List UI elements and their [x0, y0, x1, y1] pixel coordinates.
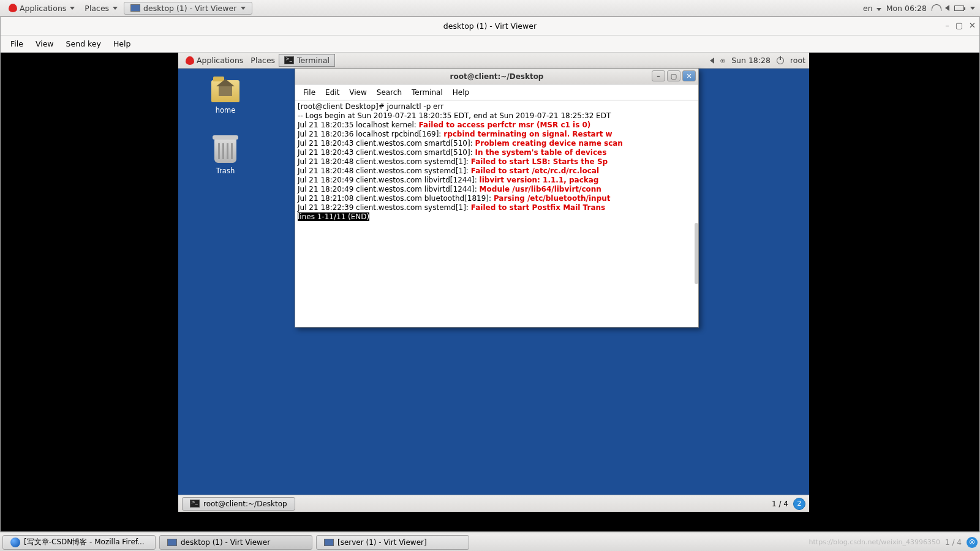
watermark-text: https://blog.csdn.net/weixin_43996350 — [809, 538, 941, 546]
notification-badge[interactable]: 2 — [793, 498, 805, 510]
minimize-button[interactable]: – — [945, 21, 949, 30]
term-menu-edit[interactable]: Edit — [321, 87, 344, 98]
workspace-indicator[interactable]: 1 / 4 — [772, 500, 788, 508]
terminal-menubar: File Edit View Search Terminal Help — [295, 84, 698, 100]
virt-viewer-window: desktop (1) - Virt Viewer – ▢ ✕ File Vie… — [0, 17, 980, 532]
volume-icon[interactable] — [945, 5, 949, 11]
vv-menu-sendkey[interactable]: Send key — [61, 37, 106, 50]
vv-menu-help[interactable]: Help — [108, 37, 136, 50]
host-bottom-panel: [写文章-CSDN博客 - Mozilla Firef... desktop (… — [0, 533, 980, 551]
wifi-icon[interactable] — [932, 5, 940, 11]
desktop-icon-home[interactable]: home — [204, 80, 247, 114]
virt-viewer-display[interactable]: Applications Places Terminal ⍟ Sun 18:28… — [1, 53, 979, 531]
terminal-title: root@client:~/Desktop — [450, 72, 544, 81]
guest-bottom-panel: root@client:~/Desktop 1 / 4 2 — [178, 495, 809, 512]
desktop-icon-label: home — [204, 106, 247, 114]
guest-window-list-terminal[interactable]: Terminal — [279, 54, 335, 67]
keyboard-layout-indicator[interactable]: en — [863, 4, 881, 13]
host-workspace-indicator[interactable]: 1 / 4 — [945, 538, 962, 547]
terminal-icon — [190, 500, 200, 508]
guest-desktop[interactable]: Applications Places Terminal ⍟ Sun 18:28… — [178, 53, 809, 512]
guest-user-menu[interactable]: root — [790, 56, 805, 65]
terminal-window[interactable]: root@client:~/Desktop – ▢ ✕ File Edit Vi… — [295, 68, 699, 328]
window-list-item-virtviewer[interactable]: desktop (1) - Virt Viewer — [124, 2, 252, 15]
guest-volume-icon[interactable] — [710, 58, 714, 64]
term-menu-help[interactable]: Help — [448, 87, 473, 98]
folder-icon — [211, 80, 239, 102]
terminal-titlebar[interactable]: root@client:~/Desktop – ▢ ✕ — [295, 69, 698, 84]
places-menu[interactable]: Places — [81, 2, 121, 14]
host-notification-badge[interactable]: ⦿ — [967, 537, 978, 548]
system-menu-chevron-icon[interactable] — [970, 7, 975, 10]
guest-taskbar-item-terminal[interactable]: root@client:~/Desktop — [182, 497, 295, 511]
guest-clock[interactable]: Sun 18:28 — [731, 56, 771, 65]
redhat-icon — [9, 4, 17, 12]
monitor-icon — [167, 539, 177, 546]
firefox-icon — [10, 538, 20, 547]
terminal-minimize-button[interactable]: – — [652, 70, 665, 81]
desktop-icon-label: Trash — [204, 167, 247, 175]
battery-icon[interactable] — [954, 6, 964, 11]
virt-viewer-titlebar[interactable]: desktop (1) - Virt Viewer – ▢ ✕ — [1, 17, 979, 36]
maximize-button[interactable]: ▢ — [956, 21, 963, 30]
applications-menu[interactable]: Applications — [5, 2, 78, 14]
taskbar-item-virtviewer-desktop[interactable]: desktop (1) - Virt Viewer — [159, 535, 312, 550]
vv-menu-view[interactable]: View — [31, 37, 59, 50]
virt-viewer-title: desktop (1) - Virt Viewer — [443, 21, 537, 31]
terminal-output[interactable]: [root@client Desktop]# journalctl -p err… — [295, 100, 698, 327]
host-top-panel: Applications Places desktop (1) - Virt V… — [0, 0, 980, 17]
term-menu-search[interactable]: Search — [372, 87, 406, 98]
terminal-close-button[interactable]: ✕ — [682, 70, 696, 81]
term-menu-file[interactable]: File — [299, 87, 320, 98]
guest-accessibility-icon[interactable]: ⍟ — [720, 56, 725, 65]
terminal-maximize-button[interactable]: ▢ — [667, 70, 680, 81]
guest-places-menu[interactable]: Places — [247, 54, 279, 66]
term-menu-terminal[interactable]: Terminal — [407, 87, 447, 98]
power-icon — [777, 57, 784, 64]
guest-top-panel: Applications Places Terminal ⍟ Sun 18:28… — [178, 53, 809, 69]
virt-viewer-menubar: File View Send key Help — [1, 36, 979, 53]
clock[interactable]: Mon 06:28 — [886, 4, 927, 13]
terminal-icon — [284, 56, 294, 64]
taskbar-item-virtviewer-server[interactable]: [server (1) - Virt Viewer] — [316, 535, 469, 550]
close-button[interactable]: ✕ — [969, 21, 976, 30]
redhat-icon — [186, 56, 194, 65]
monitor-icon — [130, 4, 140, 12]
monitor-icon — [324, 539, 334, 546]
term-menu-view[interactable]: View — [345, 87, 371, 98]
trash-icon — [214, 138, 236, 163]
taskbar-item-firefox[interactable]: [写文章-CSDN博客 - Mozilla Firef... — [2, 535, 156, 550]
vv-menu-file[interactable]: File — [6, 37, 28, 50]
desktop-icon-trash[interactable]: Trash — [204, 138, 247, 175]
guest-applications-menu[interactable]: Applications — [182, 54, 247, 66]
